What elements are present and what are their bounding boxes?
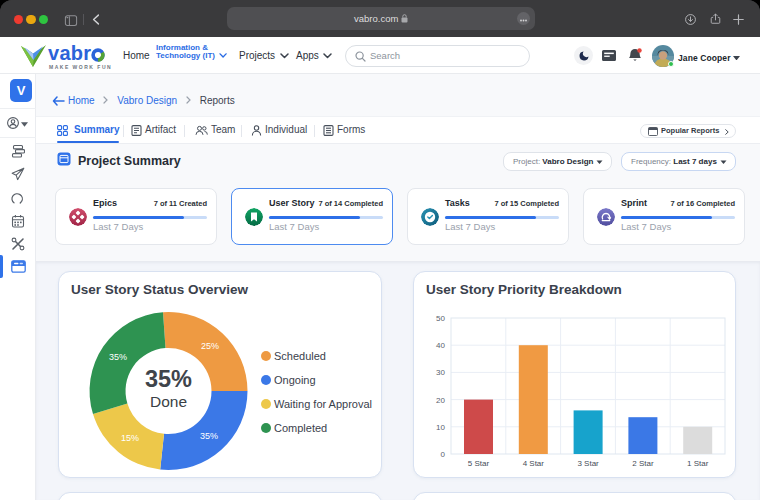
svg-text:35%: 35% — [200, 431, 218, 441]
svg-text:40: 40 — [436, 341, 445, 350]
svg-text:0: 0 — [441, 450, 446, 459]
svg-text:5 Star: 5 Star — [468, 459, 490, 468]
svg-text:20: 20 — [436, 396, 445, 405]
svg-text:15%: 15% — [121, 433, 139, 443]
svg-text:25%: 25% — [201, 341, 219, 351]
svg-text:30: 30 — [436, 368, 445, 377]
svg-text:10: 10 — [436, 423, 445, 432]
svg-text:35%: 35% — [145, 366, 192, 392]
svg-text:Done: Done — [150, 393, 187, 410]
svg-text:50: 50 — [436, 314, 445, 323]
svg-text:35%: 35% — [109, 352, 127, 362]
svg-text:2 Star: 2 Star — [632, 459, 654, 468]
svg-text:4 Star: 4 Star — [523, 459, 545, 468]
svg-text:1 Star: 1 Star — [687, 459, 709, 468]
svg-text:3 Star: 3 Star — [577, 459, 599, 468]
